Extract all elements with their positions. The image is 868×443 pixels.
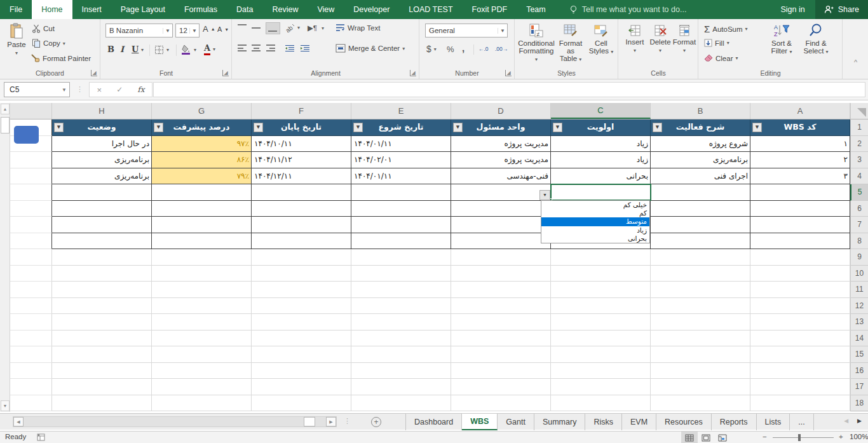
cell-H2[interactable]: در حال اجرا bbox=[52, 136, 152, 153]
horizontal-scroll-thumb[interactable] bbox=[304, 417, 315, 426]
cell-C15[interactable] bbox=[551, 346, 651, 363]
row-header-15[interactable]: 15 bbox=[850, 346, 868, 363]
vertical-scrollbar[interactable]: ▲ ▼ bbox=[0, 103, 10, 412]
cell-E10[interactable] bbox=[351, 266, 451, 282]
autosum-button[interactable]: Σ AutoSum▾ bbox=[704, 24, 748, 34]
cell-B15[interactable] bbox=[651, 346, 750, 363]
dropdown-option-2[interactable]: کم bbox=[541, 209, 649, 217]
cell-H10[interactable] bbox=[52, 266, 152, 282]
orientation-button[interactable]: ab ▾ bbox=[285, 22, 300, 32]
cell-E6[interactable] bbox=[351, 201, 451, 217]
cell-B1[interactable]: ▼شرح فعالیت bbox=[651, 119, 750, 136]
underline-button[interactable]: U bbox=[132, 44, 139, 54]
bold-button[interactable]: B bbox=[107, 44, 114, 54]
ribbon-tab-developer[interactable]: Developer bbox=[344, 0, 399, 19]
cell-stub-15[interactable] bbox=[10, 346, 52, 363]
column-header-D[interactable]: D bbox=[451, 103, 551, 119]
cell-E16[interactable] bbox=[351, 363, 451, 379]
cell-H13[interactable] bbox=[52, 314, 152, 331]
sheet-tab-dashboard[interactable]: Dashboard bbox=[405, 414, 462, 430]
filter-arrow-button-B[interactable]: ▼ bbox=[653, 123, 662, 132]
align-top-button[interactable] bbox=[238, 24, 247, 31]
align-left-button[interactable] bbox=[238, 44, 247, 51]
cell-H5[interactable] bbox=[52, 184, 152, 201]
cell-C13[interactable] bbox=[551, 314, 651, 331]
filter-arrow-button-F[interactable]: ▼ bbox=[254, 123, 263, 132]
cell-F10[interactable] bbox=[252, 266, 351, 282]
cell-A16[interactable] bbox=[750, 363, 850, 379]
cell-stub-4[interactable] bbox=[10, 168, 52, 185]
cell-A17[interactable] bbox=[750, 379, 850, 395]
page-break-preview-button[interactable] bbox=[714, 432, 731, 443]
cell-G3[interactable]: ۸۶٪ bbox=[152, 152, 252, 168]
insert-cells-button[interactable]: Insert▾ bbox=[623, 24, 647, 55]
cell-G17[interactable] bbox=[152, 379, 252, 395]
cell-styles-button[interactable]: CellStyles ▾ bbox=[587, 23, 616, 56]
currency-button[interactable]: $▾ bbox=[426, 44, 437, 54]
cell-F9[interactable] bbox=[252, 249, 351, 266]
page-layout-view-button[interactable] bbox=[698, 432, 714, 443]
format-cells-button[interactable]: Format▾ bbox=[672, 24, 696, 55]
cell-C2[interactable]: زیاد bbox=[551, 136, 651, 153]
scroll-down-button[interactable]: ▼ bbox=[1, 400, 10, 411]
cell-A10[interactable] bbox=[750, 266, 850, 282]
cell-C9[interactable] bbox=[551, 249, 651, 266]
name-box[interactable]: C5 ▼ bbox=[4, 82, 70, 97]
cell-stub-3[interactable] bbox=[10, 152, 52, 168]
format-painter-button[interactable]: Format Painter bbox=[31, 53, 91, 63]
cell-D7[interactable] bbox=[451, 217, 551, 233]
row-header-6[interactable]: 6 bbox=[850, 201, 868, 217]
cell-B7[interactable] bbox=[651, 217, 750, 233]
cell-E13[interactable] bbox=[351, 314, 451, 331]
row-header-18[interactable]: 18 bbox=[850, 395, 868, 412]
share-button[interactable]: Share bbox=[815, 0, 868, 19]
decrease-decimal-button[interactable]: .00→ bbox=[495, 46, 508, 52]
cell-stub-7[interactable] bbox=[10, 217, 52, 233]
cell-B12[interactable] bbox=[651, 298, 750, 315]
ribbon-tab-review[interactable]: Review bbox=[262, 0, 308, 19]
cell-A6[interactable] bbox=[750, 201, 850, 217]
cell-G13[interactable] bbox=[152, 314, 252, 331]
cell-B11[interactable] bbox=[651, 282, 750, 298]
cell-A1[interactable]: ▼کد WBS bbox=[750, 119, 850, 136]
cell-H15[interactable] bbox=[52, 346, 152, 363]
ribbon-tab-insert[interactable]: Insert bbox=[72, 0, 111, 19]
cell-E4[interactable]: ۱۴۰۴/۰۱/۱۱ bbox=[351, 168, 451, 185]
tab-scroll-right-icon[interactable]: ▶ bbox=[857, 418, 862, 424]
name-box-arrow-icon[interactable]: ▼ bbox=[59, 87, 69, 93]
clipboard-dialog-launcher[interactable]: ◢ bbox=[91, 70, 97, 76]
sheet-tab-lists[interactable]: Lists bbox=[757, 414, 790, 430]
ribbon-tab-load-test[interactable]: LOAD TEST bbox=[399, 0, 462, 19]
fill-color-button[interactable]: ▾ bbox=[181, 44, 196, 55]
zoom-level-label[interactable]: 100% bbox=[850, 433, 868, 440]
cell-H14[interactable] bbox=[52, 331, 152, 347]
row-header-7[interactable]: 7 bbox=[850, 217, 868, 233]
cell-A8[interactable] bbox=[750, 233, 850, 250]
row-header-3[interactable]: 3 bbox=[850, 152, 868, 168]
cell-A2[interactable]: ۱ bbox=[750, 136, 850, 153]
cell-G10[interactable] bbox=[152, 266, 252, 282]
cell-C17[interactable] bbox=[551, 379, 651, 395]
align-bottom-button[interactable] bbox=[266, 22, 280, 34]
cell-D3[interactable]: مدیریت پروژه bbox=[451, 152, 551, 168]
cell-F8[interactable] bbox=[252, 233, 351, 250]
row-header-10[interactable]: 10 bbox=[850, 266, 868, 282]
row-header-9[interactable]: 9 bbox=[850, 249, 868, 266]
cell-H11[interactable] bbox=[52, 282, 152, 298]
font-name-combo[interactable]: B Nazanin▼ bbox=[105, 24, 173, 37]
align-right-button[interactable] bbox=[266, 44, 275, 51]
column-header-C[interactable]: C bbox=[551, 103, 651, 119]
cell-A14[interactable] bbox=[750, 331, 850, 347]
cell-G9[interactable] bbox=[152, 249, 252, 266]
cell-G8[interactable] bbox=[152, 233, 252, 250]
cell-stub-9[interactable] bbox=[10, 249, 52, 266]
sheet-tab-wbs[interactable]: WBS bbox=[462, 414, 498, 430]
cell-F7[interactable] bbox=[252, 217, 351, 233]
row-header-5[interactable]: 5 bbox=[850, 184, 868, 201]
cell-H8[interactable] bbox=[52, 233, 152, 250]
vertical-scroll-thumb[interactable] bbox=[1, 117, 10, 133]
text-direction-button[interactable]: ▶¶▾ bbox=[308, 24, 324, 32]
ribbon-tab-data[interactable]: Data bbox=[227, 0, 262, 19]
ribbon-tab-team[interactable]: Team bbox=[517, 0, 555, 19]
ribbon-tab-foxit-pdf[interactable]: Foxit PDF bbox=[463, 0, 517, 19]
